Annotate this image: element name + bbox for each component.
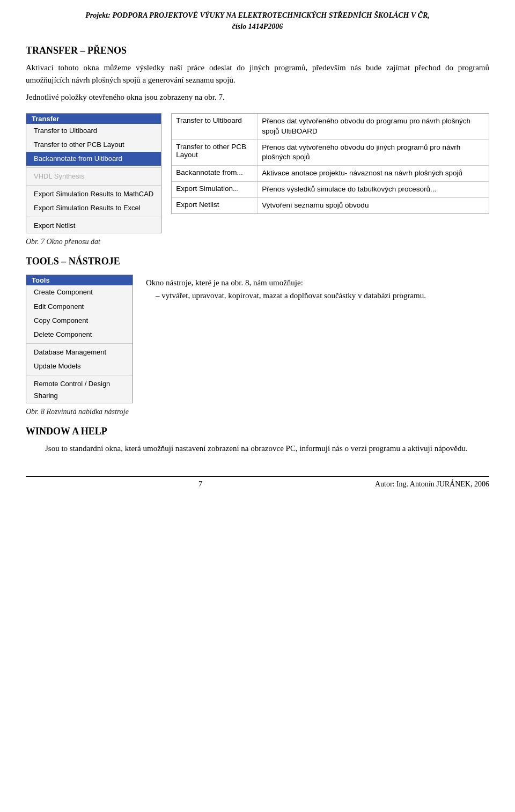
- tools-description: Okno nástroje, které je na obr. 8, nám u…: [146, 275, 489, 302]
- menu-item-transfer-ultiboard[interactable]: Transfer to Ultiboard: [26, 124, 161, 138]
- menu-item-edit-component[interactable]: Edit Component: [26, 300, 133, 314]
- menu-item-database-mgmt[interactable]: Database Management: [26, 345, 133, 359]
- menu-item-copy-component[interactable]: Copy Component: [26, 314, 133, 328]
- desc-term-3: Backannotate from...: [172, 166, 258, 181]
- desc-row-5: Export Netlist Vytvoření seznamu spojů o…: [172, 198, 489, 213]
- tools-figure: Tools Create Component Edit Component Co…: [26, 275, 489, 403]
- transfer-section-title: TRANSFER – PŘENOS: [26, 45, 489, 56]
- menu-item-transfer-pcb[interactable]: Transfer to other PCB Layout: [26, 138, 161, 152]
- tools-section-title: TOOLS – NÁSTROJE: [26, 256, 489, 267]
- tools-divider-2: [26, 375, 133, 375]
- menu-item-export-mathcad[interactable]: Export Simulation Results to MathCAD: [26, 187, 161, 201]
- desc-row-1: Transfer to Ultiboard Přenos dat vytvoře…: [172, 114, 489, 140]
- desc-term-2: Transfer to other PCB Layout: [172, 140, 258, 166]
- desc-row-4: Export Simulation... Přenos výsledků sim…: [172, 182, 489, 198]
- window-help-title: WINDOW A HELP: [26, 426, 489, 437]
- page-header: Projekt: PODPORA PROJEKTOVÉ VÝUKY NA ELE…: [26, 10, 489, 32]
- menu-item-update-models[interactable]: Update Models: [26, 359, 133, 373]
- page-footer: 7 Autor: Ing. Antonín JURÁNEK, 2006: [26, 476, 489, 489]
- menu-item-vhdl: VHDL Synthesis: [26, 169, 161, 183]
- menu-item-export-excel[interactable]: Export Simulation Results to Excel: [26, 201, 161, 215]
- tools-desc-text1: Okno nástroje, které je na obr. 8, nám u…: [146, 277, 489, 289]
- header-line1: Projekt: PODPORA PROJEKTOVÉ VÝUKY NA ELE…: [26, 10, 489, 21]
- transfer-body1: Aktivací tohoto okna můžeme výsledky naš…: [26, 62, 489, 87]
- divider-2: [26, 185, 161, 186]
- menu-item-delete-component[interactable]: Delete Component: [26, 328, 133, 342]
- transfer-desc-table: Transfer to Ultiboard Přenos dat vytvoře…: [171, 113, 489, 214]
- tools-desc-text2: – vytvářet, upravovat, kopírovat, mazat …: [156, 290, 489, 302]
- menu-item-create-component[interactable]: Create Component: [26, 285, 133, 299]
- desc-def-5: Vytvoření seznamu spojů obvodu: [258, 198, 489, 213]
- menu-item-remote-control[interactable]: Remote Control / Design Sharing: [26, 377, 133, 403]
- transfer-body2: Jednotlivé položky otevřeného okna jsou …: [26, 91, 489, 104]
- divider-1: [26, 167, 161, 168]
- tools-menu-title: Tools: [26, 275, 133, 285]
- tools-caption: Obr. 8 Rozvinutá nabídka nástroje: [26, 408, 489, 416]
- tools-menu-box: Tools Create Component Edit Component Co…: [26, 275, 133, 403]
- tools-divider-1: [26, 343, 133, 344]
- window-help-body: Jsou to standardní okna, která umožňují …: [45, 442, 489, 455]
- transfer-figure: Transfer Transfer to Ultiboard Transfer …: [26, 113, 489, 234]
- transfer-menu-box: Transfer Transfer to Ultiboard Transfer …: [26, 113, 161, 234]
- header-line2: číslo 1414P2006: [26, 21, 489, 32]
- desc-def-3: Aktivace anotace projektu- návaznost na …: [258, 166, 489, 181]
- desc-def-1: Přenos dat vytvořeného obvodu do program…: [258, 114, 489, 139]
- desc-def-2: Přenos dat vytvořeného obvodu do jiných …: [258, 140, 489, 166]
- footer-author: Autor: Ing. Antonín JURÁNEK, 2006: [375, 480, 489, 489]
- transfer-menu-title: Transfer: [26, 114, 161, 124]
- desc-term-4: Export Simulation...: [172, 182, 258, 197]
- desc-term-5: Export Netlist: [172, 198, 258, 213]
- footer-page-number: 7: [198, 480, 202, 489]
- transfer-caption: Obr. 7 Okno přenosu dat: [26, 238, 489, 246]
- desc-term-1: Transfer to Ultiboard: [172, 114, 258, 139]
- divider-3: [26, 217, 161, 217]
- menu-item-export-netlist[interactable]: Export Netlist: [26, 219, 161, 233]
- desc-row-3: Backannotate from... Aktivace anotace pr…: [172, 166, 489, 182]
- desc-def-4: Přenos výsledků simulace do tabulkových …: [258, 182, 489, 197]
- page: Projekt: PODPORA PROJEKTOVÉ VÝUKY NA ELE…: [0, 0, 515, 812]
- desc-row-2: Transfer to other PCB Layout Přenos dat …: [172, 140, 489, 166]
- menu-item-backannotate[interactable]: Backannotate from Ultiboard: [26, 152, 161, 166]
